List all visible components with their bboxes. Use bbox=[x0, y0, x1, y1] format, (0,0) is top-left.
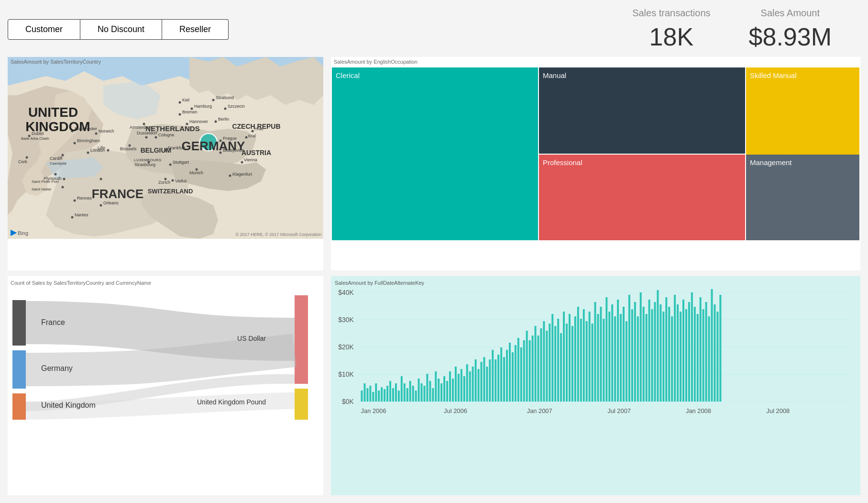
svg-rect-190 bbox=[592, 324, 593, 402]
svg-text:$40K: $40K bbox=[338, 289, 354, 296]
svg-text:Hannover: Hannover bbox=[189, 119, 208, 124]
svg-rect-210 bbox=[648, 300, 650, 402]
svg-text:Saint Peter Port: Saint Peter Port bbox=[32, 179, 59, 184]
svg-text:Strasbourg: Strasbourg bbox=[134, 162, 155, 167]
svg-rect-127 bbox=[412, 386, 414, 402]
svg-text:Kiel: Kiel bbox=[182, 98, 189, 102]
svg-text:Cardiff: Cardiff bbox=[50, 156, 63, 161]
svg-rect-169 bbox=[532, 335, 534, 402]
svg-rect-175 bbox=[549, 324, 550, 402]
svg-point-70 bbox=[241, 161, 243, 164]
svg-text:BELGIUM: BELGIUM bbox=[141, 146, 172, 154]
svg-rect-235 bbox=[719, 295, 721, 402]
svg-rect-111 bbox=[366, 388, 368, 402]
svg-rect-165 bbox=[520, 347, 522, 402]
svg-rect-232 bbox=[711, 289, 713, 402]
svg-rect-144 bbox=[461, 369, 462, 402]
svg-rect-118 bbox=[386, 386, 388, 402]
svg-text:Vienna: Vienna bbox=[244, 157, 257, 162]
svg-rect-229 bbox=[703, 309, 704, 402]
svg-point-44 bbox=[212, 99, 215, 101]
svg-rect-130 bbox=[421, 383, 423, 402]
sales-transactions-value: 18K bbox=[632, 22, 710, 51]
svg-rect-164 bbox=[517, 338, 519, 402]
reseller-filter-button[interactable]: Reseller bbox=[162, 19, 229, 40]
svg-text:Stuttgart: Stuttgart bbox=[173, 160, 189, 165]
treemap-label-manual: Manual bbox=[543, 71, 566, 79]
svg-rect-225 bbox=[691, 292, 693, 402]
svg-point-34 bbox=[145, 136, 148, 139]
svg-rect-181 bbox=[566, 324, 568, 402]
svg-rect-135 bbox=[435, 371, 437, 402]
svg-rect-231 bbox=[708, 316, 710, 402]
svg-text:US Dollar: US Dollar bbox=[237, 335, 266, 342]
svg-rect-211 bbox=[651, 309, 653, 402]
svg-rect-141 bbox=[452, 379, 454, 402]
svg-text:Jan 2008: Jan 2008 bbox=[686, 407, 711, 414]
svg-text:Jul 2007: Jul 2007 bbox=[607, 407, 631, 414]
svg-rect-224 bbox=[688, 302, 690, 402]
svg-point-46 bbox=[224, 108, 227, 110]
svg-text:Szczecin: Szczecin bbox=[228, 104, 245, 109]
linechart-subtitle: SalesAmount by FullDateAlternateKey bbox=[335, 280, 857, 286]
svg-rect-191 bbox=[594, 302, 596, 402]
svg-rect-142 bbox=[455, 367, 457, 402]
svg-rect-149 bbox=[475, 359, 477, 402]
svg-rect-137 bbox=[440, 383, 442, 402]
svg-rect-187 bbox=[583, 309, 585, 402]
sankey-panel: Count of Sales by SalesTerritoryCountry … bbox=[8, 276, 323, 495]
map-panel: SalesAmount by SalesTerritoryCountry bbox=[8, 57, 323, 270]
treemap-cell-manual[interactable]: Manual bbox=[539, 67, 745, 154]
svg-rect-121 bbox=[395, 383, 397, 402]
svg-rect-155 bbox=[492, 350, 494, 402]
svg-rect-218 bbox=[671, 316, 673, 402]
svg-rect-222 bbox=[682, 300, 684, 402]
svg-rect-230 bbox=[705, 302, 707, 402]
svg-rect-233 bbox=[714, 304, 715, 402]
svg-rect-126 bbox=[409, 381, 411, 402]
svg-rect-205 bbox=[634, 302, 636, 402]
map-container[interactable]: Dublin Baile Atha Cliath Manchester Birm… bbox=[8, 57, 323, 239]
svg-rect-234 bbox=[716, 312, 718, 402]
svg-rect-145 bbox=[463, 376, 465, 402]
svg-text:Kral: Kral bbox=[248, 134, 256, 138]
svg-rect-138 bbox=[443, 376, 445, 402]
svg-text:FRANCE: FRANCE bbox=[92, 187, 143, 201]
svg-rect-200 bbox=[620, 314, 622, 402]
svg-text:CZECH REPUB: CZECH REPUB bbox=[232, 123, 280, 130]
svg-text:Vaduz: Vaduz bbox=[175, 179, 187, 183]
treemap-cell-management[interactable]: Management bbox=[746, 155, 859, 241]
svg-rect-178 bbox=[557, 319, 559, 402]
svg-text:Brussels: Brussels bbox=[120, 146, 137, 151]
treemap-label-professional: Professional bbox=[543, 158, 582, 167]
svg-rect-182 bbox=[569, 314, 571, 402]
no-discount-filter-button[interactable]: No Discount bbox=[80, 19, 162, 40]
bing-logo: ▶ Bing bbox=[11, 228, 28, 237]
map-svg: Dublin Baile Atha Cliath Manchester Birm… bbox=[8, 57, 323, 239]
svg-rect-214 bbox=[659, 304, 661, 402]
treemap-subtitle: SalesAmount by EnglishOccupation bbox=[331, 57, 860, 67]
svg-text:Orleans: Orleans bbox=[103, 201, 119, 205]
svg-text:Munich: Munich bbox=[189, 170, 203, 175]
svg-rect-213 bbox=[657, 290, 659, 402]
svg-rect-154 bbox=[489, 359, 491, 402]
treemap-cell-professional[interactable]: Professional bbox=[539, 155, 745, 241]
svg-text:Jul 2008: Jul 2008 bbox=[767, 407, 790, 414]
svg-rect-91 bbox=[12, 393, 26, 420]
svg-text:SWITZERLAND: SWITZERLAND bbox=[148, 188, 193, 195]
svg-text:$10K: $10K bbox=[338, 370, 354, 378]
treemap-cell-clerical[interactable]: Clerical bbox=[332, 67, 538, 240]
svg-rect-167 bbox=[526, 331, 528, 402]
svg-rect-159 bbox=[503, 357, 505, 402]
svg-rect-220 bbox=[677, 304, 679, 402]
svg-rect-120 bbox=[392, 388, 394, 402]
svg-rect-189 bbox=[589, 312, 591, 402]
svg-rect-136 bbox=[438, 379, 439, 402]
svg-text:Lille: Lille bbox=[98, 145, 105, 150]
svg-point-23 bbox=[74, 200, 76, 202]
svg-rect-161 bbox=[509, 343, 511, 402]
svg-text:United Kingdom: United Kingdom bbox=[41, 401, 96, 409]
svg-rect-129 bbox=[418, 379, 420, 402]
customer-filter-button[interactable]: Customer bbox=[8, 19, 80, 40]
svg-rect-168 bbox=[529, 340, 531, 402]
